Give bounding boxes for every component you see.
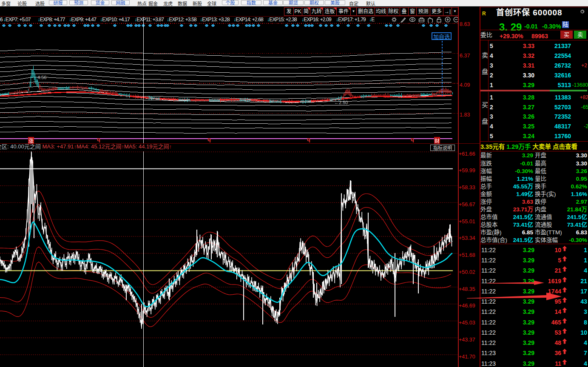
- svg-text:←2.50: ←2.50: [334, 99, 348, 105]
- svg-text:4.56: 4.56: [37, 74, 46, 80]
